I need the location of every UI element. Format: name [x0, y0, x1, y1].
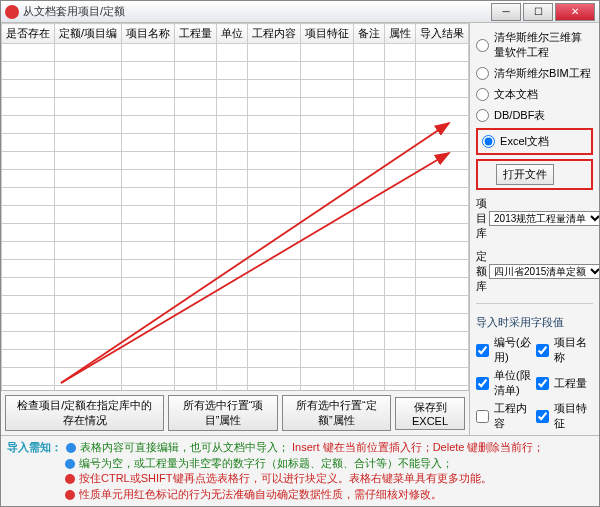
window-title: 从文档套用项目/定额 [23, 4, 489, 19]
check-exists-button[interactable]: 检查项目/定额在指定库中的存在情况 [5, 395, 164, 431]
table-row[interactable] [2, 278, 469, 296]
table-row[interactable] [2, 314, 469, 332]
quotalib-select[interactable]: 四川省2015清单定额 [489, 264, 599, 279]
source-opt-3dcalc[interactable]: 清华斯维尔三维算量软件工程 [476, 30, 593, 60]
column-header[interactable]: 导入结果 [416, 24, 469, 44]
column-header[interactable]: 项目特征 [301, 24, 354, 44]
maximize-button[interactable]: ☐ [523, 3, 553, 21]
bullet-icon [65, 474, 75, 484]
field-unit[interactable]: 单位(限清单) [476, 368, 533, 398]
minimize-button[interactable]: ─ [491, 3, 521, 21]
table-row[interactable] [2, 62, 469, 80]
column-header[interactable]: 备注 [354, 24, 385, 44]
data-grid[interactable]: 是否存在定额/项目编项目名称工程量单位工程内容项目特征备注属性导入结果 [1, 23, 469, 390]
source-opt-bim[interactable]: 清华斯维尔BIM工程 [476, 66, 593, 81]
table-row[interactable] [2, 260, 469, 278]
quotalib-label: 定额库 [476, 249, 487, 294]
table-row[interactable] [2, 152, 469, 170]
column-header[interactable]: 工程内容 [248, 24, 301, 44]
field-name[interactable]: 项目名称 [536, 335, 593, 365]
source-opt-dbf[interactable]: DB/DBF表 [476, 108, 593, 123]
save-excel-button[interactable]: 保存到EXCEL [395, 397, 465, 430]
column-header[interactable]: 工程量 [175, 24, 217, 44]
bullet-icon [65, 490, 75, 500]
close-window-button[interactable]: ✕ [555, 3, 595, 21]
source-opt-text[interactable]: 文本文档 [476, 87, 593, 102]
table-row[interactable] [2, 242, 469, 260]
table-row[interactable] [2, 170, 469, 188]
table-row[interactable] [2, 116, 469, 134]
table-row[interactable] [2, 98, 469, 116]
field-qty[interactable]: 工程量 [536, 368, 593, 398]
bullet-icon [65, 459, 75, 469]
column-header[interactable]: 项目名称 [122, 24, 175, 44]
table-row[interactable] [2, 368, 469, 386]
column-header[interactable]: 单位 [217, 24, 248, 44]
field-code[interactable]: 编号(必用) [476, 335, 533, 365]
column-header[interactable]: 定额/项目编 [55, 24, 122, 44]
set-quota-attr-button[interactable]: 所有选中行置“定额”属性 [282, 395, 391, 431]
table-row[interactable] [2, 350, 469, 368]
import-notes: 导入需知： 表格内容可直接编辑，也可从文档中导入； Insert 键在当前位置插… [1, 435, 599, 506]
projlib-select[interactable]: 2013规范工程量清单 [489, 211, 599, 226]
table-row[interactable] [2, 386, 469, 391]
field-content[interactable]: 工程内容 [476, 401, 533, 431]
fields-title: 导入时采用字段值 [476, 315, 593, 330]
app-icon [5, 5, 19, 19]
table-row[interactable] [2, 332, 469, 350]
table-row[interactable] [2, 206, 469, 224]
table-row[interactable] [2, 188, 469, 206]
table-row[interactable] [2, 44, 469, 62]
set-project-attr-button[interactable]: 所有选中行置“项目”属性 [168, 395, 277, 431]
projlib-label: 项目库 [476, 196, 487, 241]
table-row[interactable] [2, 134, 469, 152]
bullet-icon [66, 443, 76, 453]
table-row[interactable] [2, 296, 469, 314]
column-header[interactable]: 属性 [385, 24, 416, 44]
table-row[interactable] [2, 80, 469, 98]
open-file-button[interactable]: 打开文件 [496, 164, 554, 185]
column-header[interactable]: 是否存在 [2, 24, 55, 44]
source-opt-excel[interactable]: Excel文档 [482, 134, 587, 149]
field-feature[interactable]: 项目特征 [536, 401, 593, 431]
table-row[interactable] [2, 224, 469, 242]
